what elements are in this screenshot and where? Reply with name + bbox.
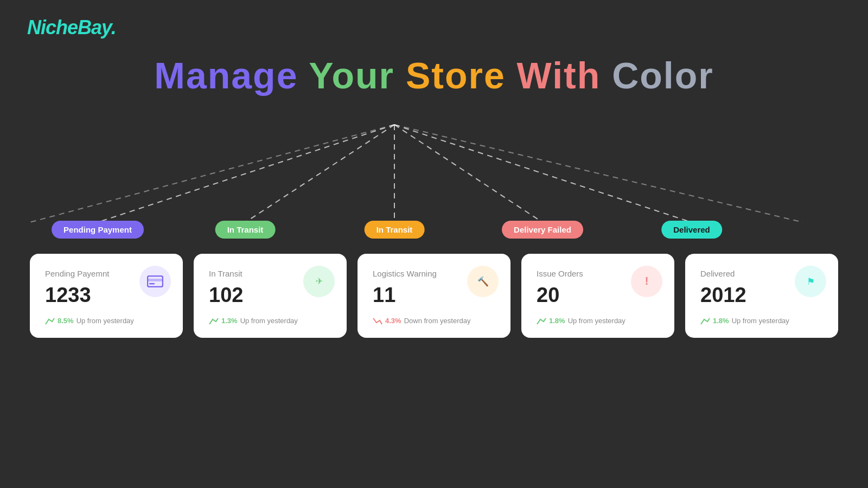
card-issue-icon: ! [631, 266, 662, 297]
svg-rect-8 [148, 279, 163, 281]
stats-cards: Pending Payemnt 1233 8.5% Up from yester… [30, 254, 838, 338]
badge-pending[interactable]: Pending Payment [52, 221, 144, 239]
flag-icon: ⚑ [802, 273, 819, 290]
trend-down-icon [373, 317, 382, 325]
badge-transit1[interactable]: In Transit [215, 221, 276, 239]
badge-failed[interactable]: Delivery Failed [502, 221, 583, 239]
card-pending: Pending Payemnt 1233 8.5% Up from yester… [30, 254, 183, 338]
trend-up-icon2 [209, 317, 219, 325]
card-issue: Issue Orders 20 1.8% Up from yesterday ! [521, 254, 674, 338]
card-delivered: Delivered 2012 1.8% Up from yesterday ⚑ [685, 254, 838, 338]
svg-rect-9 [149, 283, 155, 285]
badge-delivered[interactable]: Delivered [661, 221, 722, 239]
hero-word-manage: Manage [154, 55, 309, 96]
card-transit: In Transit 102 1.3% Up from yesterday ✈ [194, 254, 347, 338]
svg-line-1 [245, 125, 394, 222]
plane-icon: ✈ [310, 273, 328, 290]
hero-word-store: Store [406, 55, 517, 96]
card-pending-icon [139, 266, 171, 297]
svg-text:🔨: 🔨 [477, 276, 489, 287]
card-issue-trend-text: Up from yesterday [568, 317, 626, 325]
card-transit-trend: 1.3% Up from yesterday [209, 317, 331, 325]
logo: NicheBay. [27, 16, 116, 39]
alert-icon: ! [638, 273, 655, 290]
flow-lines [0, 114, 868, 239]
svg-line-0 [98, 125, 394, 222]
hero-word-color: Color [612, 55, 714, 96]
tool-icon: 🔨 [474, 273, 492, 290]
card-delivered-pct: 1.8% [713, 317, 729, 325]
trend-up-icon4 [700, 317, 710, 325]
badge-transit2[interactable]: In Transit [365, 221, 425, 239]
hero-word-with: With [517, 55, 612, 96]
card-transit-trend-text: Up from yesterday [240, 317, 298, 325]
card-issue-trend: 1.8% Up from yesterday [537, 317, 659, 325]
card-transit-pct: 1.3% [221, 317, 238, 325]
card-logistics-trend: 4.3% Down from yesterday [373, 317, 495, 325]
card-logistics-pct: 4.3% [385, 317, 401, 325]
card-delivered-icon: ⚑ [795, 266, 826, 297]
card-logistics: Logistics Warning 11 4.3% Down from yest… [358, 254, 510, 338]
card-pending-trend: 8.5% Up from yesterday [45, 317, 168, 325]
svg-line-4 [394, 125, 692, 222]
trend-up-icon [45, 317, 55, 325]
svg-line-5 [394, 125, 803, 222]
trend-up-icon3 [537, 317, 546, 325]
card-delivered-trend-text: Up from yesterday [732, 317, 789, 325]
card-delivered-trend: 1.8% Up from yesterday [700, 317, 823, 325]
flow-diagram: Pending Payment In Transit In Transit De… [0, 114, 868, 239]
hero-word-your: Your [309, 55, 406, 96]
card-logistics-trend-text: Down from yesterday [404, 317, 471, 325]
svg-text:⚑: ⚑ [807, 277, 815, 287]
svg-text:!: ! [645, 275, 649, 287]
svg-line-6 [30, 125, 394, 222]
card-pending-pct: 8.5% [58, 317, 74, 325]
card-pending-trend-text: Up from yesterday [76, 317, 134, 325]
hero-title: Manage Your Store With Color [154, 54, 713, 97]
svg-line-3 [394, 125, 542, 222]
card-transit-icon: ✈ [303, 266, 335, 297]
credit-card-icon [147, 275, 163, 287]
card-issue-pct: 1.8% [549, 317, 565, 325]
card-logistics-icon: 🔨 [467, 266, 499, 297]
svg-text:✈: ✈ [316, 277, 323, 286]
